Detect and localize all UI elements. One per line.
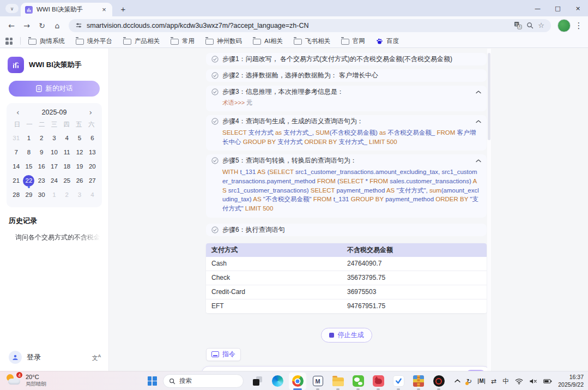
calendar-day[interactable]: 30 — [35, 189, 48, 201]
calendar-day[interactable]: 3 — [48, 132, 60, 144]
bookmark-folder[interactable]: 产品相关 — [123, 37, 160, 45]
calendar-day[interactable]: 27 — [86, 175, 99, 187]
calendar-day[interactable]: 10 — [48, 146, 60, 158]
minimize-button[interactable]: — — [528, 0, 548, 16]
calendar-day[interactable]: 24 — [48, 175, 60, 187]
archive-app[interactable] — [410, 373, 427, 390]
calendar-next-icon[interactable]: › — [89, 109, 92, 116]
calendar-day[interactable]: 20 — [86, 160, 99, 172]
history-item[interactable]: 询问各个交易方式的不含税金额 — [15, 233, 103, 242]
tab-search-button[interactable]: ∨ — [5, 4, 19, 13]
calendar-day[interactable]: 2 — [35, 132, 48, 144]
calendar-day[interactable]: 31 — [10, 132, 22, 144]
ime-indicator[interactable]: 中 — [502, 378, 509, 385]
command-button[interactable]: 指令 — [206, 348, 241, 361]
chat-input[interactable]: 0 — [202, 366, 490, 371]
calendar-day[interactable]: 11 — [60, 146, 73, 158]
bookmark-folder[interactable]: 官网 — [341, 37, 365, 45]
calendar-day[interactable]: 8 — [22, 146, 35, 158]
calendar-day[interactable]: 6 — [86, 132, 99, 144]
calendar-day[interactable]: 16 — [35, 160, 48, 172]
calendar-prev-icon[interactable]: ‹ — [16, 109, 20, 116]
marktext-app[interactable]: M — [309, 373, 326, 390]
recorder-app[interactable] — [430, 373, 447, 390]
calendar-day[interactable]: 17 — [48, 160, 60, 172]
new-chat-button[interactable]: 新的对话 — [9, 81, 100, 97]
red-cat-app[interactable] — [369, 373, 387, 390]
address-bar[interactable]: smartvision.dcclouds.com/app/kcdw3u3wxz7… — [69, 19, 551, 32]
bookmark-folder[interactable]: AI相关 — [253, 37, 283, 45]
calendar-day[interactable]: 18 — [60, 160, 73, 172]
language-switch-icon[interactable]: 文A — [92, 354, 101, 361]
taskbar-clock[interactable]: 16:37 2025/9/22 — [558, 374, 584, 388]
bookmark-star-icon[interactable]: ☆ — [538, 21, 544, 29]
sync-tray-icon[interactable]: ↻ — [466, 378, 472, 385]
calendar-day[interactable]: 3 — [73, 189, 86, 201]
maximize-button[interactable]: □ — [548, 0, 568, 16]
back-button[interactable]: ← — [4, 19, 19, 33]
calendar-day[interactable]: 4 — [60, 132, 73, 144]
calendar-day[interactable]: 12 — [73, 146, 86, 158]
calendar-day[interactable]: 2 — [60, 189, 73, 201]
stop-generating-button[interactable]: 停止生成 — [321, 328, 372, 343]
apps-grid-icon[interactable] — [5, 38, 13, 45]
calendar-day[interactable]: 23 — [35, 175, 48, 187]
step-header[interactable]: 步骤5：查询语句转换，转换后的查询语句为： — [211, 154, 481, 167]
calendar-day[interactable]: 26 — [73, 175, 86, 187]
step-header[interactable]: 步骤4：查询语句生成，生成的语义查询语句为： — [211, 115, 481, 128]
weather-widget[interactable]: 4 20°C 局部晴朗 — [5, 373, 46, 388]
calendar-day[interactable]: 9 — [35, 146, 48, 158]
scrollbar-thumb[interactable] — [488, 53, 490, 140]
chevron-up-icon[interactable] — [476, 91, 481, 94]
calendar-day[interactable]: 22 — [22, 175, 35, 187]
m-tray-icon[interactable]: M — [478, 379, 485, 384]
task-view-button[interactable] — [248, 373, 266, 390]
file-explorer-app[interactable] — [329, 373, 347, 390]
bookmark-folder[interactable]: 飞书相关 — [294, 37, 330, 45]
calendar-day[interactable]: 21 — [10, 175, 22, 187]
reload-button[interactable]: ↻ — [35, 19, 49, 33]
calendar-day[interactable]: 4 — [86, 189, 99, 201]
scrollbar[interactable] — [487, 49, 491, 371]
calendar-day[interactable]: 13 — [86, 146, 99, 158]
browser-tab[interactable]: WWI BI决策助手 × — [21, 3, 112, 16]
calendar-day[interactable]: 29 — [22, 189, 35, 201]
calendar-day[interactable]: 25 — [60, 175, 73, 187]
calendar-day[interactable]: 1 — [48, 189, 60, 201]
blue-v-app[interactable] — [390, 373, 407, 390]
bookmark-folder[interactable]: 常用 — [171, 37, 195, 45]
login-button[interactable]: 登录 — [27, 352, 87, 362]
browser-menu-icon[interactable]: ⋮ — [574, 21, 584, 31]
zoom-icon[interactable] — [526, 22, 534, 29]
calendar-day[interactable]: 15 — [22, 160, 35, 172]
calendar-day[interactable]: 1 — [22, 132, 35, 144]
bookmark-folder[interactable]: 舆情系统 — [28, 37, 65, 45]
calendar-day[interactable]: 14 — [10, 160, 22, 172]
site-info-icon[interactable] — [75, 22, 82, 29]
chevron-up-icon[interactable] — [476, 159, 481, 163]
profile-avatar[interactable] — [557, 19, 571, 32]
bookmark-baidu[interactable]: 百度 — [376, 37, 399, 45]
close-button[interactable]: × — [568, 0, 588, 16]
bookmark-folder[interactable]: 境外平台 — [76, 37, 112, 45]
tray-chevron-icon[interactable] — [454, 379, 460, 383]
calendar-day[interactable]: 7 — [10, 146, 22, 158]
chevron-up-icon[interactable] — [476, 120, 481, 123]
new-tab-button[interactable]: + — [117, 3, 130, 15]
home-button[interactable]: ⌂ — [50, 19, 64, 33]
tab-close-icon[interactable]: × — [100, 5, 108, 14]
calendar-day[interactable]: 5 — [73, 132, 86, 144]
translate-icon[interactable]: 文A — [514, 21, 522, 29]
volume-muted-icon[interactable] — [529, 378, 537, 385]
step-header[interactable]: 步骤3：信息推理，本次推理参考信息是： — [211, 86, 481, 98]
taskbar-search[interactable]: 搜索 — [163, 374, 244, 388]
wifi-icon[interactable] — [515, 378, 523, 385]
edge-app[interactable] — [269, 373, 286, 390]
battery-icon[interactable] — [543, 379, 552, 384]
wechat-app[interactable] — [349, 373, 367, 390]
bookmark-folder[interactable]: 神州数码 — [205, 37, 242, 45]
chrome-app[interactable] — [289, 373, 306, 390]
start-button[interactable] — [144, 373, 160, 389]
calendar-day[interactable]: 28 — [10, 189, 22, 201]
forward-button[interactable]: → — [20, 19, 34, 33]
